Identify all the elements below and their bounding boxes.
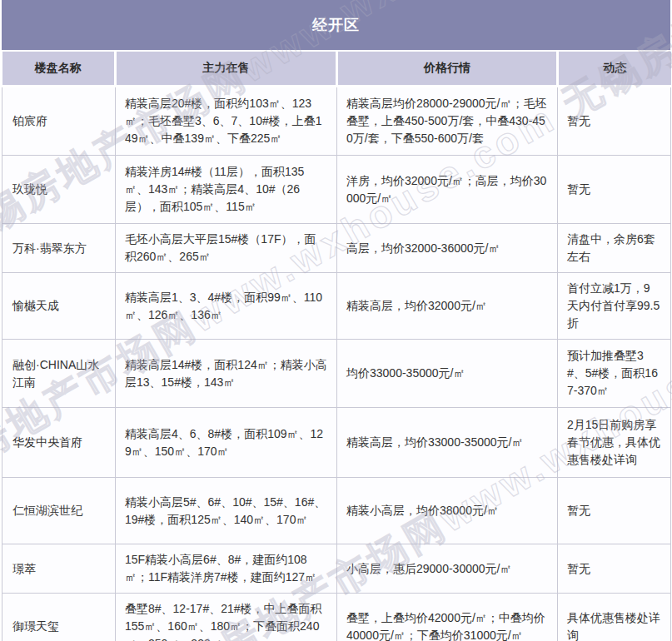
cell-status: 具体优惠售楼处详询	[558, 594, 671, 641]
cell-selling: 毛坯小高层大平层15#楼（17F），面积260㎡、265㎡	[116, 224, 337, 273]
cell-name: 铂宸府	[2, 87, 116, 156]
cell-price: 叠墅，上叠均价42000元/㎡；中叠均价40000元/㎡；下叠均价31000元/…	[337, 594, 558, 641]
cell-status: 暂无	[558, 478, 671, 544]
cell-selling: 精装小高层5#、6#、10#、15#、16#、19#楼，面积125㎡、140㎡、…	[116, 478, 337, 544]
cell-price: 高层，均价32000-36000元/㎡	[337, 224, 558, 273]
cell-price: 小高层，惠后29000-30000元/㎡	[337, 544, 558, 594]
cell-selling: 精装洋房14#楼（11层），面积135㎡、143㎡；精装高层4、10#（26层）…	[116, 156, 337, 224]
column-header-name: 楼盘名称	[2, 52, 116, 87]
cell-name: 华发中央首府	[2, 408, 116, 478]
cell-status: 预计加推叠墅3#、5#楼，面积167-370㎡	[558, 340, 671, 408]
table-row: 御璟天玺叠墅8#、12-17#、21#楼，中上叠面积155㎡、160㎡、180㎡…	[2, 594, 671, 641]
table-row: 愉樾天成精装高层1、3、4#楼，面积99㎡、110㎡、126㎡、136㎡精装高层…	[2, 273, 671, 340]
table-row: 融创·CHINA山水江南精装高层14#楼，面积124㎡；精装小高层13、15#楼…	[2, 340, 671, 408]
cell-price: 精装高层，均价32000元/㎡	[337, 273, 558, 340]
table-row: 仁恒湖滨世纪精装小高层5#、6#、10#、15#、16#、19#楼，面积125㎡…	[2, 478, 671, 544]
district-listing-table-page: 经开区 楼盘名称 主力在售 价格行情 动态 铂宸府精装高层20#楼，面积约103…	[0, 0, 672, 641]
cell-name: 璟萃	[2, 544, 116, 594]
table-header: 楼盘名称 主力在售 价格行情 动态	[2, 52, 671, 87]
table-row: 玖珑悦精装洋房14#楼（11层），面积135㎡、143㎡；精装高层4、10#（2…	[2, 156, 671, 224]
cell-name: 万科·翡翠东方	[2, 224, 116, 273]
column-header-selling: 主力在售	[116, 52, 337, 87]
cell-price: 精装高层均价28000-29000元/㎡；毛坯叠墅，上叠450-500万/套，中…	[337, 87, 558, 156]
table-row: 铂宸府精装高层20#楼，面积约103㎡、123㎡；毛坯叠墅3、6、7、10#楼，…	[2, 87, 671, 156]
cell-status: 清盘中，余房6套左右	[558, 224, 671, 273]
table-row: 万科·翡翠东方毛坯小高层大平层15#楼（17F），面积260㎡、265㎡高层，均…	[2, 224, 671, 273]
cell-name: 愉樾天成	[2, 273, 116, 340]
cell-status: 暂无	[558, 544, 671, 594]
cell-selling: 叠墅8#、12-17#、21#楼，中上叠面积155㎡、160㎡、180㎡；下叠面…	[116, 594, 337, 641]
listings-table: 楼盘名称 主力在售 价格行情 动态 铂宸府精装高层20#楼，面积约103㎡、12…	[2, 52, 671, 641]
column-header-status: 动态	[558, 52, 671, 87]
cell-status: 2月15日前购房享春节优惠，具体优惠售楼处详询	[558, 408, 671, 478]
cell-name: 玖珑悦	[2, 156, 116, 224]
cell-price: 精装小高层，均价38000元/㎡	[337, 478, 558, 544]
cell-price: 精装高层，均价33000-35000元/㎡	[337, 408, 558, 478]
cell-name: 御璟天玺	[2, 594, 116, 641]
district-title: 经开区	[312, 15, 360, 35]
cell-selling: 精装高层14#楼，面积124㎡；精装小高层13、15#楼，143㎡	[116, 340, 337, 408]
cell-name: 仁恒湖滨世纪	[2, 478, 116, 544]
cell-status: 首付立减1万，9天内付首付享99.5折	[558, 273, 671, 340]
cell-selling: 精装高层1、3、4#楼，面积99㎡、110㎡、126㎡、136㎡	[116, 273, 337, 340]
header-row: 楼盘名称 主力在售 价格行情 动态	[2, 52, 671, 87]
table-row: 华发中央首府精装高层4、6、8#楼，面积109㎡、129㎡、150㎡、170㎡精…	[2, 408, 671, 478]
cell-status: 暂无	[558, 156, 671, 224]
cell-price: 均价33000-35000元/㎡	[337, 340, 558, 408]
cell-selling: 精装高层20#楼，面积约103㎡、123㎡；毛坯叠墅3、6、7、10#楼，上叠1…	[116, 87, 337, 156]
cell-selling: 精装高层4、6、8#楼，面积109㎡、129㎡、150㎡、170㎡	[116, 408, 337, 478]
column-header-price: 价格行情	[337, 52, 558, 87]
district-title-bar: 经开区	[2, 0, 670, 50]
cell-price: 洋房，均价32000元/㎡；高层，均价30000元/㎡	[337, 156, 558, 224]
table-row: 璟萃15F精装小高层6#、8#，建面约108㎡；11F精装洋房7#楼，建面约12…	[2, 544, 671, 594]
table-body: 铂宸府精装高层20#楼，面积约103㎡、123㎡；毛坯叠墅3、6、7、10#楼，…	[2, 87, 671, 641]
cell-status: 暂无	[558, 87, 671, 156]
cell-name: 融创·CHINA山水江南	[2, 340, 116, 408]
cell-selling: 15F精装小高层6#、8#，建面约108㎡；11F精装洋房7#楼，建面约127㎡	[116, 544, 337, 594]
